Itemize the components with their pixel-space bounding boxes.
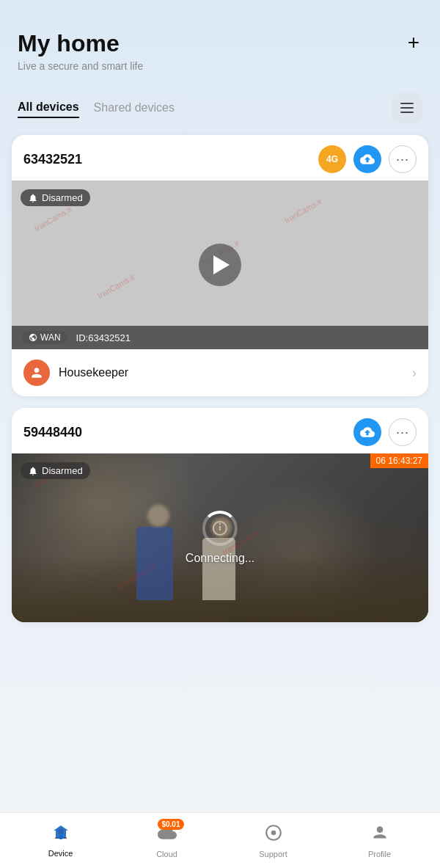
nav-item-support[interactable]: Support <box>220 823 326 858</box>
watermark-3: IranCams.ir <box>95 272 136 301</box>
card-header-1: 63432521 4G ··· <box>12 135 428 180</box>
connecting-overlay: Connecting... <box>186 511 254 565</box>
disarmed-badge-1: Disarmed <box>21 189 90 206</box>
menu-line-3 <box>400 112 414 113</box>
card-header-2: 59448440 ··· <box>12 408 428 453</box>
device-nav-icon <box>52 824 70 846</box>
bell-icon-1 <box>28 193 38 203</box>
housekeeper-label: Housekeeper <box>59 366 403 379</box>
disarmed-text-1: Disarmed <box>42 192 83 203</box>
wan-label-1: WAN <box>40 332 61 343</box>
cloud-icon-1 <box>360 152 375 167</box>
page-title: My home <box>18 29 143 57</box>
disarmed-text-2: Disarmed <box>42 465 83 476</box>
spinner-icon <box>211 519 229 537</box>
cloud-nav-label: Cloud <box>156 850 177 858</box>
cloud-icon-2 <box>360 425 375 440</box>
bottom-nav: Device $0.01 Cloud Support Profile <box>0 812 440 868</box>
header-subtitle: Live a secure and smart life <box>18 60 143 72</box>
svg-point-1 <box>271 830 276 835</box>
play-button-1[interactable] <box>199 244 241 286</box>
play-triangle-1 <box>213 255 230 274</box>
bell-icon-2 <box>28 466 38 476</box>
video-preview-1[interactable]: IranCams.ir IranCams.ir IranCams.ir Iran… <box>12 180 428 349</box>
badge-cloud-1[interactable] <box>353 145 381 173</box>
device-id-label-1: ID:63432521 <box>76 332 131 343</box>
badge-cloud-2[interactable] <box>353 418 381 446</box>
add-device-button[interactable]: + <box>405 29 422 56</box>
home-icon <box>52 824 70 842</box>
device-cards-container: 63432521 4G ··· IranCams.ir IranCams.ir … <box>0 135 440 622</box>
person-icon <box>29 365 44 380</box>
video-footer-1: WAN ID:63432521 <box>12 326 428 349</box>
housekeeper-row[interactable]: Housekeeper › <box>12 349 428 396</box>
device-nav-label: Device <box>48 849 73 858</box>
support-nav-icon <box>264 823 283 847</box>
header: My home Live a secure and smart life + <box>0 0 440 87</box>
disarmed-badge-2: Disarmed <box>21 462 90 479</box>
tab-shared-devices[interactable]: Shared devices <box>94 98 175 117</box>
device-card-2: 59448440 ··· IranCams.ir Ir <box>12 408 428 622</box>
device-id-1: 63432521 <box>23 152 311 167</box>
nav-item-cloud[interactable]: $0.01 Cloud <box>114 823 220 858</box>
device-card-1: 63432521 4G ··· IranCams.ir IranCams.ir … <box>12 135 428 396</box>
nav-item-profile[interactable]: Profile <box>326 823 433 858</box>
nav-item-device[interactable]: Device <box>7 824 114 858</box>
menu-line-1 <box>400 103 414 104</box>
watermark-4: IranCams.ir <box>283 196 323 225</box>
housekeeper-icon <box>23 360 50 386</box>
connecting-spinner <box>202 511 238 546</box>
profile-nav-label: Profile <box>368 850 391 858</box>
device-id-2: 59448440 <box>23 425 346 440</box>
support-svg <box>264 823 283 842</box>
tabs-row: All devices Shared devices <box>0 87 440 135</box>
tab-all-devices[interactable]: All devices <box>18 98 79 118</box>
more-options-2[interactable]: ··· <box>389 418 417 446</box>
cloud-nav-icon: $0.01 <box>158 823 177 847</box>
cloud-nav-badge: $0.01 <box>158 819 183 830</box>
profile-nav-icon <box>370 823 389 847</box>
profile-svg <box>370 823 389 842</box>
connecting-text: Connecting... <box>186 552 254 565</box>
timestamp-badge: 06 16:43:27 <box>370 453 428 468</box>
watermark-1: IranCams.ir <box>33 205 73 233</box>
chevron-right-icon: › <box>412 365 417 381</box>
wan-badge-1: WAN <box>22 331 67 344</box>
support-nav-label: Support <box>259 850 287 858</box>
more-options-1[interactable]: ··· <box>389 145 417 173</box>
menu-icon-button[interactable] <box>392 92 422 123</box>
video-preview-2[interactable]: IranCams.ir IranCams.ir IranCams.ir Disa… <box>12 453 428 622</box>
badge-4g-1: 4G <box>318 145 346 173</box>
globe-icon-1 <box>29 333 37 342</box>
menu-line-2 <box>400 107 414 109</box>
